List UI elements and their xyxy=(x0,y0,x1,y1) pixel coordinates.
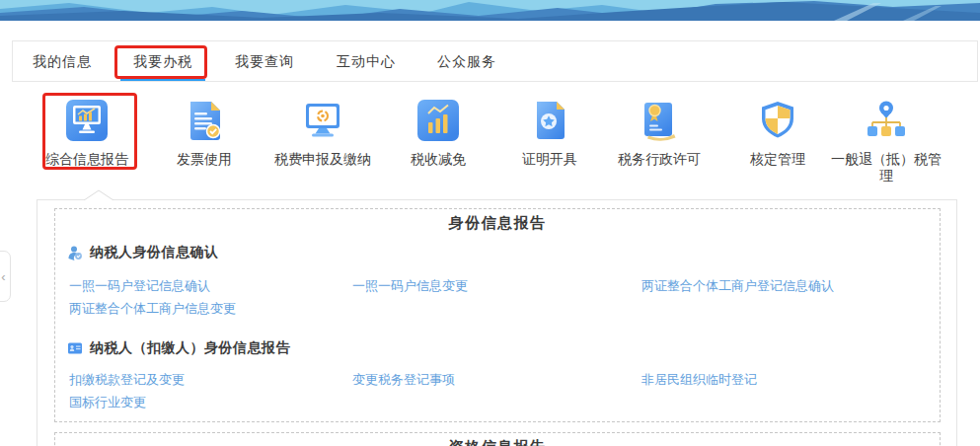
collapse-chevron-icon: ‹ xyxy=(1,269,5,284)
invoice-use-icon xyxy=(183,99,226,142)
link-yizhao-yima-registration-confirm[interactable]: 一照一码户登记信息确认 xyxy=(69,277,352,300)
tab-query[interactable]: 我要查询 xyxy=(235,41,294,81)
person-badge-icon xyxy=(67,245,83,260)
link-two-cert-merge-registration-confirm[interactable]: 两证整合个体工商户登记信息确认 xyxy=(641,277,938,300)
menu-item-label: 一般退（抵）税管理 xyxy=(830,151,942,185)
tab-my-info[interactable]: 我的信息 xyxy=(33,41,92,81)
tab-public-service[interactable]: 公众服务 xyxy=(437,41,496,81)
drawer-toggle[interactable]: ‹ xyxy=(0,251,11,302)
comprehensive-info-report-icon xyxy=(65,99,109,142)
section-title: 纳税人身份信息确认 xyxy=(90,244,219,261)
section-taxpayer-identity-confirm: 纳税人身份信息确认 xyxy=(67,244,219,261)
link-change-tax-registration-items[interactable]: 变更税务登记事项 xyxy=(352,371,641,394)
menu-item-tax-declaration-payment[interactable]: 税费申报及缴纳 xyxy=(268,99,377,168)
menu-item-certificate-issuance[interactable]: 证明开具 xyxy=(495,99,604,168)
menu-item-label: 税收减免 xyxy=(384,151,492,168)
section-withholding-agent-identity-report: 纳税人（扣缴人）身份信息报告 xyxy=(67,339,290,357)
menu-item-assessment-management[interactable]: 核定管理 xyxy=(723,99,832,168)
main-nav-tabbar: 我的信息 我要办税 我要查询 互动中心 公众服务 xyxy=(12,40,978,82)
menu-item-label: 发票使用 xyxy=(150,151,259,168)
tab-interaction-center[interactable]: 互动中心 xyxy=(337,41,396,81)
section-title: 纳税人（扣缴人）身份信息报告 xyxy=(90,339,290,357)
link-two-cert-merge-info-change[interactable]: 两证整合个体工商户信息变更 xyxy=(69,300,352,323)
id-card-icon xyxy=(67,340,83,356)
etax-bureau-page: 我的信息 我要办税 我要查询 互动中心 公众服务 综合信息报告 xyxy=(0,0,980,446)
menu-item-comprehensive-info-report[interactable]: 综合信息报告 xyxy=(33,99,141,168)
menu-item-general-refund-management[interactable]: 一般退（抵）税管理 xyxy=(830,99,942,185)
link-yizhao-yima-info-change[interactable]: 一照一码户信息变更 xyxy=(352,277,641,300)
menu-item-label: 证明开具 xyxy=(495,151,604,168)
header-banner-image xyxy=(0,0,980,21)
general-refund-management-icon xyxy=(865,99,908,142)
assessment-management-icon xyxy=(756,99,799,142)
link-withholding-tax-registration-change[interactable]: 扣缴税款登记及变更 xyxy=(69,371,352,394)
menu-item-invoice-use[interactable]: 发票使用 xyxy=(150,99,259,168)
menu-item-label: 税费申报及缴纳 xyxy=(268,151,377,168)
tax-reduction-icon xyxy=(416,99,460,142)
menu-item-label: 税务行政许可 xyxy=(605,151,714,168)
tab-tax-handling[interactable]: 我要办税 xyxy=(133,41,192,81)
menu-item-tax-reduction[interactable]: 税收减免 xyxy=(384,99,492,168)
link-nonresident-temp-registration[interactable]: 非居民组织临时登记 xyxy=(641,371,938,394)
link-national-industry-change[interactable]: 国标行业变更 xyxy=(69,394,352,416)
certificate-issuance-icon xyxy=(528,99,571,142)
menu-item-label: 综合信息报告 xyxy=(33,151,141,168)
withholding-report-links: 扣缴税款登记及变更 变更税务登记事项 非居民组织临时登记 国标行业变更 xyxy=(69,371,938,416)
menu-item-label: 核定管理 xyxy=(723,151,832,168)
tax-admin-license-icon xyxy=(638,99,681,142)
panel-caret xyxy=(84,189,113,200)
panel-title: 资格信息报告 xyxy=(54,438,941,446)
mountain-landscape-graphic xyxy=(0,0,980,21)
panel-title: 身份信息报告 xyxy=(54,214,941,233)
menu-item-tax-admin-license[interactable]: 税务行政许可 xyxy=(605,99,714,168)
tax-declaration-payment-icon xyxy=(301,99,344,142)
identity-confirm-links: 一照一码户登记信息确认 一照一码户信息变更 两证整合个体工商户登记信息确认 两证… xyxy=(69,277,938,323)
